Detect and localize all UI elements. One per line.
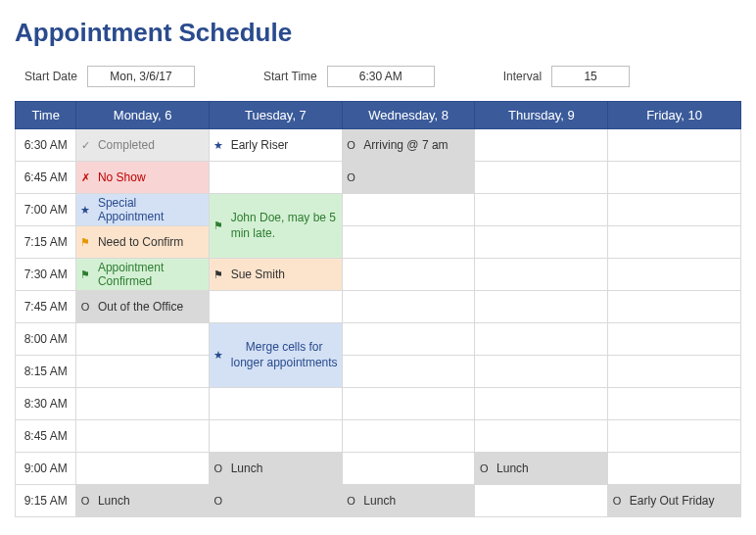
appt-cell[interactable]: [359, 453, 475, 485]
appt-cell[interactable]: [227, 485, 343, 517]
appt-cell[interactable]: [493, 162, 608, 194]
appt-cell[interactable]: [493, 129, 608, 162]
appt-cell[interactable]: [359, 291, 475, 323]
circle-icon[interactable]: O: [608, 485, 626, 517]
appt-cell[interactable]: [359, 420, 475, 453]
appt-cell[interactable]: [94, 356, 210, 388]
appt-cell[interactable]: Need to Confirm: [94, 226, 210, 259]
appt-cell[interactable]: Lunch: [493, 453, 608, 485]
appt-cell[interactable]: [359, 226, 475, 259]
appt-cell[interactable]: Merge cells for longer appointments: [227, 323, 343, 388]
start-time-input[interactable]: 6:30 AM: [327, 66, 435, 87]
flag-icon[interactable]: ⚑: [76, 259, 94, 291]
appt-cell[interactable]: Completed: [94, 129, 210, 162]
empty-icon[interactable]: [342, 259, 359, 291]
interval-input[interactable]: 15: [551, 66, 630, 87]
empty-icon[interactable]: [475, 388, 493, 420]
appt-cell[interactable]: Out of the Office: [94, 291, 210, 323]
appt-cell[interactable]: [626, 420, 741, 453]
circle-icon[interactable]: O: [342, 129, 359, 162]
empty-icon[interactable]: [342, 291, 359, 323]
appt-cell[interactable]: [493, 323, 608, 356]
appt-cell[interactable]: Early Out Friday: [626, 485, 741, 517]
empty-icon[interactable]: [608, 420, 626, 453]
appt-cell[interactable]: Early Riser: [227, 129, 343, 162]
x-icon[interactable]: ✗: [76, 162, 94, 194]
appt-cell[interactable]: Appointment Confirmed: [94, 259, 210, 291]
star-icon[interactable]: ★: [76, 194, 94, 226]
empty-icon[interactable]: [475, 226, 493, 259]
empty-icon[interactable]: [342, 420, 359, 453]
appt-cell[interactable]: [626, 226, 741, 259]
empty-icon[interactable]: [342, 194, 359, 226]
empty-icon[interactable]: [608, 323, 626, 356]
appt-cell[interactable]: [626, 162, 741, 194]
empty-icon[interactable]: [608, 388, 626, 420]
appt-cell[interactable]: [359, 162, 475, 194]
circle-icon[interactable]: O: [76, 291, 94, 323]
flag-icon[interactable]: ⚑: [76, 226, 94, 259]
empty-icon[interactable]: [210, 162, 227, 194]
appt-cell[interactable]: [626, 323, 741, 356]
empty-icon[interactable]: [475, 291, 493, 323]
appt-cell[interactable]: [359, 388, 475, 420]
empty-icon[interactable]: [608, 453, 626, 485]
empty-icon[interactable]: [210, 420, 227, 453]
empty-icon[interactable]: [608, 356, 626, 388]
appt-cell[interactable]: Special Appointment: [94, 194, 210, 226]
appt-cell[interactable]: Arriving @ 7 am: [359, 129, 475, 162]
circle-icon[interactable]: O: [342, 162, 359, 194]
empty-icon[interactable]: [210, 291, 227, 323]
star-icon[interactable]: ★: [210, 323, 227, 388]
empty-icon[interactable]: [342, 323, 359, 356]
appt-cell[interactable]: [227, 388, 343, 420]
empty-icon[interactable]: [608, 129, 626, 162]
empty-icon[interactable]: [342, 388, 359, 420]
appt-cell[interactable]: No Show: [94, 162, 210, 194]
empty-icon[interactable]: [608, 162, 626, 194]
appt-cell[interactable]: [227, 291, 343, 323]
appt-cell[interactable]: [626, 453, 741, 485]
check-icon[interactable]: ✓: [76, 129, 94, 162]
empty-icon[interactable]: [342, 226, 359, 259]
appt-cell[interactable]: Lunch: [94, 485, 210, 517]
appt-cell[interactable]: [493, 291, 608, 323]
appt-cell[interactable]: [493, 356, 608, 388]
appt-cell[interactable]: [359, 194, 475, 226]
empty-icon[interactable]: [475, 162, 493, 194]
empty-icon[interactable]: [475, 194, 493, 226]
appt-cell[interactable]: [359, 323, 475, 356]
empty-icon[interactable]: [76, 453, 94, 485]
appt-cell[interactable]: Lunch: [359, 485, 475, 517]
empty-icon[interactable]: [475, 420, 493, 453]
circle-icon[interactable]: O: [342, 485, 359, 517]
appt-cell[interactable]: [94, 420, 210, 453]
empty-icon[interactable]: [76, 356, 94, 388]
flag-icon[interactable]: ⚑: [210, 259, 227, 291]
empty-icon[interactable]: [475, 356, 493, 388]
empty-icon[interactable]: [342, 356, 359, 388]
circle-icon[interactable]: O: [475, 453, 493, 485]
appt-cell[interactable]: [626, 194, 741, 226]
flag-icon[interactable]: ⚑: [210, 194, 227, 259]
start-date-input[interactable]: Mon, 3/6/17: [87, 66, 195, 87]
empty-icon[interactable]: [608, 226, 626, 259]
appt-cell[interactable]: [227, 420, 343, 453]
circle-icon[interactable]: O: [210, 453, 227, 485]
empty-icon[interactable]: [475, 129, 493, 162]
empty-icon[interactable]: [475, 323, 493, 356]
appt-cell[interactable]: [359, 259, 475, 291]
appt-cell[interactable]: Lunch: [227, 453, 343, 485]
appt-cell[interactable]: John Doe, may be 5 min late.: [227, 194, 343, 259]
appt-cell[interactable]: [626, 129, 741, 162]
appt-cell[interactable]: [94, 323, 210, 356]
appt-cell[interactable]: [227, 162, 343, 194]
appt-cell[interactable]: [493, 259, 608, 291]
star-icon[interactable]: ★: [210, 129, 227, 162]
empty-icon[interactable]: [475, 259, 493, 291]
empty-icon[interactable]: [608, 259, 626, 291]
circle-icon[interactable]: O: [210, 485, 227, 517]
appt-cell[interactable]: [493, 485, 608, 517]
appt-cell[interactable]: [626, 291, 741, 323]
empty-icon[interactable]: [76, 388, 94, 420]
